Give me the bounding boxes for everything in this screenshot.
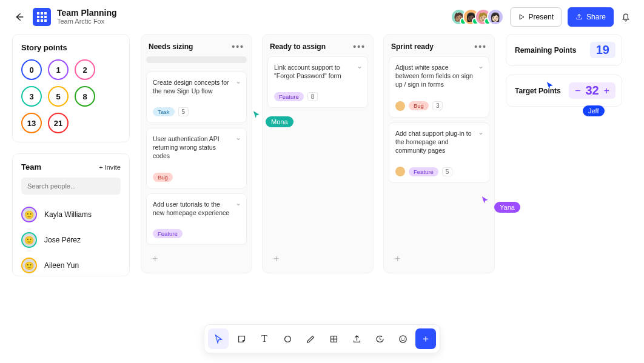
play-icon	[518, 13, 525, 21]
story-point-chip[interactable]: 1	[48, 59, 69, 80]
presence-avatars: 🧑🏽 👩🏿 🧑🏼 👩🏻	[455, 8, 504, 25]
comment-icon	[375, 334, 385, 344]
chevron-down-icon[interactable]: ⌄	[235, 133, 241, 142]
target-plus-button[interactable]: +	[604, 85, 609, 96]
chevron-down-icon[interactable]: ⌄	[235, 199, 241, 207]
chevron-down-icon[interactable]: ⌄	[357, 62, 363, 70]
card[interactable]: Create design concepts for the new Sign …	[146, 72, 247, 123]
card[interactable]: Add chat support plug-in to the homepage…	[389, 122, 489, 184]
arrow-left-icon	[13, 12, 24, 22]
cursor-icon	[546, 81, 554, 90]
share-icon	[575, 13, 583, 21]
story-point-chip[interactable]: 21	[48, 113, 69, 133]
chevron-down-icon[interactable]: ⌄	[478, 128, 484, 136]
card-points: 3	[432, 101, 443, 110]
team-member[interactable]: 🙂Aileen Yun	[21, 253, 121, 276]
story-point-chip[interactable]: 0	[21, 59, 42, 80]
story-point-chip[interactable]: 3	[21, 86, 42, 107]
tag-feature: Feature	[153, 229, 183, 238]
tool-text[interactable]: T	[254, 328, 275, 349]
column-menu-button[interactable]: •••	[353, 42, 366, 52]
tool-shape[interactable]	[277, 328, 298, 349]
card[interactable]: User authentication API returning wrong …	[146, 128, 247, 188]
card-points: 5	[442, 167, 453, 176]
card-title: User authentication API returning wrong …	[153, 135, 240, 161]
present-label: Present	[529, 13, 554, 21]
chevron-down-icon[interactable]: ⌄	[478, 62, 484, 70]
present-button[interactable]: Present	[510, 7, 562, 27]
assignee-avatar	[395, 167, 405, 176]
presence-avatar[interactable]: 👩🏻	[487, 8, 504, 25]
team-member[interactable]: 🙂Kayla Williams	[21, 202, 121, 227]
app-icon	[33, 8, 51, 26]
column-title: Ready to assign	[270, 42, 326, 51]
team-member-name: Kayla Williams	[44, 210, 92, 219]
share-label: Share	[586, 13, 606, 21]
board-column: Ready to assign•••Link account support t…	[262, 34, 374, 273]
tag-bug: Bug	[153, 173, 173, 182]
story-point-chip[interactable]: 13	[21, 113, 42, 133]
column-title: Sprint ready	[391, 42, 434, 51]
bell-icon	[620, 12, 631, 22]
collab-label: Jeff	[583, 105, 605, 116]
tool-grid[interactable]	[323, 328, 344, 349]
top-bar: Team Planning Team Arctic Fox 🧑🏽 👩🏿 🧑🏼 👩…	[0, 0, 644, 34]
add-card-button[interactable]: +	[146, 250, 247, 268]
card[interactable]: Add user tutorials to the new homepage e…	[146, 193, 247, 245]
grid-icon	[37, 12, 47, 22]
tool-reaction[interactable]	[392, 328, 413, 349]
tool-sticky[interactable]	[231, 328, 252, 349]
story-point-chip[interactable]: 8	[75, 86, 95, 107]
page-subtitle: Team Arctic Fox	[57, 18, 117, 25]
upload-icon	[352, 334, 362, 344]
story-point-chip[interactable]: 2	[75, 59, 95, 80]
invite-button[interactable]: + Invite	[99, 164, 121, 171]
tag-task: Task	[153, 107, 175, 116]
share-button[interactable]: Share	[568, 7, 614, 27]
card-title: Adjust white space between form fields o…	[395, 63, 483, 89]
chevron-down-icon[interactable]: ⌄	[235, 77, 241, 85]
add-card-button[interactable]: +	[267, 250, 368, 268]
column-menu-button[interactable]: •••	[232, 42, 244, 52]
target-points-value: 32	[585, 84, 599, 98]
circle-icon	[283, 334, 293, 344]
back-button[interactable]	[12, 12, 25, 22]
team-heading: Team	[21, 162, 41, 172]
tool-upload[interactable]	[346, 328, 367, 349]
tag-bug: Bug	[409, 101, 429, 110]
notifications-button[interactable]	[620, 11, 632, 23]
card-title: Add chat support plug-in to the homepage…	[395, 129, 483, 155]
pencil-icon	[306, 334, 316, 344]
tool-pointer[interactable]	[208, 328, 229, 349]
card-points: 5	[178, 107, 189, 116]
card[interactable]: Link account support to "Forgot Password…	[267, 56, 368, 108]
remaining-points-label: Remaining Points	[515, 46, 576, 55]
team-member[interactable]: 🙂Jose Pérez	[21, 227, 121, 253]
add-card-button[interactable]: +	[389, 250, 489, 268]
pointer-icon	[213, 334, 224, 344]
team-member-name: Jose Pérez	[44, 236, 81, 244]
tool-comment[interactable]	[369, 328, 390, 349]
svg-point-1	[399, 335, 406, 342]
card-title: Add user tutorials to the new homepage e…	[153, 200, 240, 217]
tool-pen[interactable]	[300, 328, 321, 349]
column-menu-button[interactable]: •••	[474, 42, 487, 52]
bottom-toolbar: T ＋	[204, 324, 440, 353]
team-search-input[interactable]	[21, 178, 121, 195]
page-title: Team Planning	[57, 8, 117, 18]
board-column: Needs sizing•••Create design concepts fo…	[141, 34, 252, 273]
story-points-panel: Story points 0123581321	[12, 34, 130, 142]
avatar: 🙂	[21, 258, 37, 273]
team-panel: Team + Invite 🙂Kayla Williams🙂Jose Pérez…	[12, 153, 130, 276]
tool-add[interactable]: ＋	[415, 328, 436, 349]
remaining-points-value: 19	[590, 42, 615, 58]
sticky-note-icon	[236, 334, 247, 344]
card-title: Create design concepts for the new Sign …	[153, 78, 240, 95]
target-minus-button[interactable]: −	[575, 85, 580, 96]
card[interactable]: Adjust white space between form fields o…	[389, 56, 489, 118]
story-point-chip[interactable]: 5	[48, 86, 69, 107]
svg-point-0	[284, 336, 290, 342]
target-points-card: Target Points − 32 + Jeff	[506, 75, 622, 107]
card-points: 8	[307, 92, 318, 101]
card-placeholder	[146, 56, 247, 63]
